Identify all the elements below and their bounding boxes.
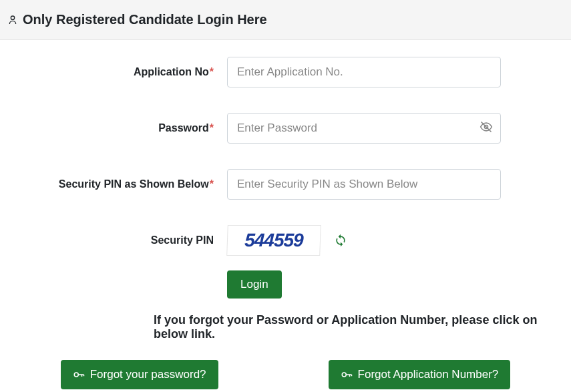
key-icon xyxy=(73,369,85,381)
page-header: Only Registered Candidate Login Here xyxy=(0,0,571,40)
security-pin-input-label: Security PIN as Shown Below* xyxy=(33,178,227,190)
forgot-password-label: Forgot your password? xyxy=(90,368,206,381)
svg-point-0 xyxy=(11,16,14,19)
appno-input[interactable] xyxy=(227,57,501,87)
eye-off-icon[interactable] xyxy=(480,120,493,136)
forgot-password-button[interactable]: Forgot your password? xyxy=(61,360,218,389)
page-title: Only Registered Candidate Login Here xyxy=(23,12,267,27)
appno-label: Application No* xyxy=(33,66,227,78)
captcha-image: 544559 xyxy=(226,225,321,256)
login-button[interactable]: Login xyxy=(227,270,282,299)
forgot-buttons-row: Forgot your password? Forgot Application… xyxy=(33,360,538,389)
security-pin-row: Security PIN as Shown Below* xyxy=(33,169,538,200)
appno-row: Application No* xyxy=(33,57,538,87)
required-star: * xyxy=(210,122,214,134)
login-form: Application No* Password* xyxy=(0,40,571,392)
forgot-appno-label: Forgot Application Number? xyxy=(358,368,499,381)
captcha-row: Security PIN 544559 xyxy=(33,225,538,256)
required-star: * xyxy=(210,178,214,190)
refresh-icon[interactable] xyxy=(334,234,347,247)
svg-point-7 xyxy=(342,373,346,377)
forgot-appno-button[interactable]: Forgot Application Number? xyxy=(329,360,511,389)
svg-point-3 xyxy=(74,373,78,377)
forgot-message: If you forgot your Password or Applicati… xyxy=(33,313,538,341)
password-input[interactable] xyxy=(227,113,501,144)
security-pin-input[interactable] xyxy=(227,169,501,200)
login-button-row: Login xyxy=(33,270,538,299)
security-pin-display-label: Security PIN xyxy=(33,234,227,246)
key-icon xyxy=(341,369,353,381)
password-label: Password* xyxy=(33,122,227,134)
person-icon xyxy=(7,14,19,26)
password-row: Password* xyxy=(33,113,538,144)
required-star: * xyxy=(210,66,214,77)
